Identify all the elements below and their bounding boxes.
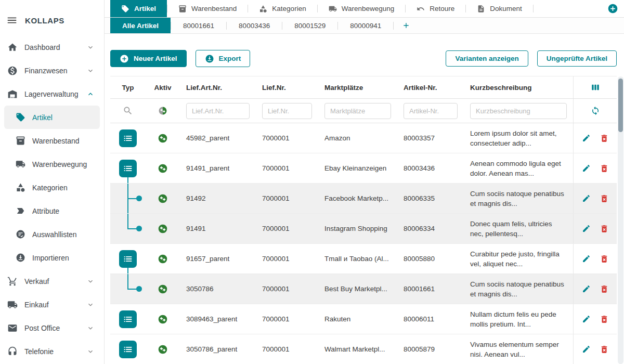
typ-cell [110,274,146,304]
chevron-up-icon[interactable] [86,90,95,98]
edit-button[interactable] [582,164,591,173]
subtab-80001661[interactable]: 80001661 [171,18,226,33]
column-settings-button[interactable] [591,83,600,92]
variant-list-button[interactable] [119,310,137,328]
variant-list-button[interactable] [119,341,137,358]
sidebar-item-attribute[interactable]: Attribute [4,199,100,223]
tab-dokument[interactable]: Dokument [466,0,533,17]
unverified-articles-button[interactable]: Ungeprüfte Artikel [537,50,617,67]
artikel-nr-cell: 80005880 [397,255,464,263]
subtab-80003436[interactable]: 80003436 [227,18,282,33]
show-variants-button[interactable]: Varianten anzeigen [446,50,528,67]
delete-button[interactable] [600,254,609,264]
artikel-nr-cell: 80006011 [397,315,464,323]
lief-nr-cell: 7000001 [256,315,318,323]
marktplatz-cell: Amazon [318,134,397,142]
marktplatze-filter-cell [318,103,397,119]
chevron-down-icon[interactable] [86,67,95,75]
chevron-down-icon[interactable] [86,277,95,285]
aktiv-filter-toggle[interactable] [158,106,167,115]
row-actions-cell [573,214,617,243]
subtab-alle-artikel[interactable]: Alle Artikel [110,18,171,33]
sidebar-item-verkauf[interactable]: Verkauf [4,269,100,293]
aktiv-cell [146,344,180,355]
article-row: 3050786_parent7000001Walmart Marketpl...… [110,334,617,364]
filter-input-marktplatze[interactable] [324,103,391,119]
export-button[interactable]: Export [196,50,251,67]
delete-button[interactable] [600,345,609,354]
sidebar-item-einkauf[interactable]: Einkauf [4,293,100,316]
chevron-down-icon[interactable] [86,43,95,51]
scrollbar-thumb[interactable] [618,79,623,132]
add-tab-button[interactable] [607,3,618,14]
delete-button[interactable] [600,164,609,173]
kurzbeschreibung-cell: Curabitur pede justo, fringilla vel, ali… [464,249,573,269]
edit-button[interactable] [582,284,591,293]
lief-art-nr-cell: 91492 [180,194,256,202]
delete-button[interactable] [600,194,609,203]
sidebar-item-finanzwesen[interactable]: Finanzwesen [4,59,100,82]
edit-button[interactable] [582,194,591,203]
marktplatz-cell: Best Buy Marketpl... [318,285,397,293]
subtab-80001529[interactable]: 80001529 [282,18,337,33]
chevron-down-icon[interactable] [86,347,95,356]
chevron-down-icon[interactable] [86,301,95,309]
kurzbeschreibung-filter-cell [464,103,573,119]
sidebar-item-warenbestand[interactable]: Warenbestand [4,129,100,152]
subtab-80000941[interactable]: 80000941 [338,18,393,33]
variant-list-button[interactable] [119,250,137,268]
hamburger-menu-icon[interactable] [6,15,18,26]
brand-logo: KOLLAPS [25,16,64,25]
scrollbar[interactable] [618,76,623,364]
filter-input-artikel-nr[interactable] [404,103,458,119]
tab-warenbestand[interactable]: Warenbestand [167,0,248,17]
variant-list-button[interactable] [119,160,137,177]
variant-list-button[interactable] [119,129,137,147]
sidebar-item-telefonie[interactable]: Telefonie [4,340,100,363]
sidebar-item-artikel[interactable]: Artikel [4,106,100,129]
sidebar-item-lagerverwaltung[interactable]: Lagerverwaltung [4,82,100,106]
tab-warenbewegung[interactable]: Warenbewegung [318,0,406,17]
edit-button[interactable] [582,345,591,354]
edit-button[interactable] [582,315,591,323]
artikel-nr-cell: 80003357 [397,134,464,142]
filter-input-lief-nr[interactable] [262,103,312,119]
sidebar-item-label: Auswahllisten [32,230,77,239]
edit-icon [582,345,591,354]
new-article-button[interactable]: Neuer Artikel [110,50,187,67]
lief-art-nr-cell: 91491_parent [180,164,256,172]
tab-retoure[interactable]: Retoure [406,0,465,17]
refresh-button[interactable] [591,106,600,115]
sidebar-item-importieren[interactable]: Importieren [4,246,100,269]
sidebar-item-warenbewegung[interactable]: Warenbewegung [4,152,100,176]
tree-node-dot [136,196,142,201]
warehouse-icon [7,89,18,99]
add-circle-icon [120,54,129,63]
article-row: 91657_parent7000001Tmall и Taobao (Al...… [110,244,617,274]
filter-input-lief-art-nr[interactable] [186,103,250,119]
edit-button[interactable] [582,254,591,263]
tab-artikel[interactable]: Artikel [110,0,167,17]
row-actions-cell [573,153,617,183]
chevron-down-icon[interactable] [86,324,95,332]
delete-button[interactable] [600,224,609,233]
column-header-lief-nr: Lief.Nr. [256,84,318,92]
delete-button[interactable] [600,284,609,294]
kurzbeschreibung-cell: Cum sociis natoque penatibus et magnis d… [464,189,573,209]
edit-button[interactable] [582,224,591,233]
lief-nr-filter-cell [256,103,318,119]
edit-icon [582,194,591,203]
sidebar-item-dashboard[interactable]: Dashboard [4,35,100,59]
sidebar-item-label: Attribute [32,207,59,215]
add-subtab-button[interactable] [394,18,419,33]
tag-icon [121,5,129,13]
delete-button[interactable] [600,134,609,143]
edit-button[interactable] [582,134,591,142]
sidebar-item-post-office[interactable]: Post Office [4,316,100,340]
sidebar-item-auswahllisten[interactable]: Auswahllisten [4,223,100,246]
tab-kategorien[interactable]: Kategorien [248,0,317,17]
active-status-icon [158,224,168,234]
filter-input-kurzbeschreibung[interactable] [470,103,567,119]
delete-button[interactable] [600,315,609,324]
sidebar-item-kategorien[interactable]: Kategorien [4,176,100,199]
